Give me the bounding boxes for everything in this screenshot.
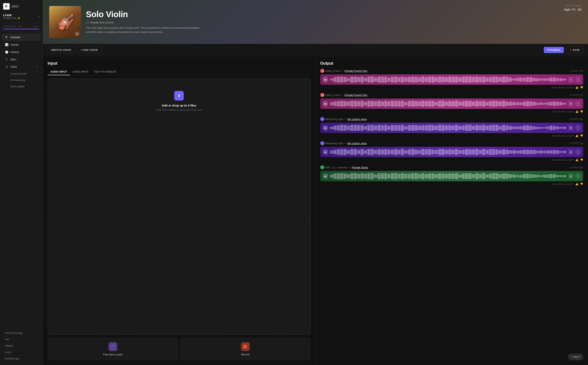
info-icon: i	[86, 21, 89, 24]
sidebar-item-desktop-app[interactable]: Desktop app	[2, 355, 41, 362]
thumbs-up-3[interactable]: 👍	[575, 134, 578, 137]
play-button-4[interactable]: ▶	[323, 149, 328, 155]
sidebar-item-stem-splitter[interactable]: Stem splitter	[2, 83, 41, 90]
output-voice-2[interactable]: Female French Pop	[344, 94, 367, 97]
download-button-2[interactable]: ⬇	[568, 101, 574, 106]
play-button-2[interactable]: ▶	[323, 101, 328, 106]
thumbs-down-1[interactable]: 👎	[580, 86, 583, 89]
add-output-button-1[interactable]: +	[568, 77, 574, 82]
main-content: 🎻 + Solo Violin i Royalty-free License T…	[43, 0, 588, 365]
more-options-button-2[interactable]: ⋮	[575, 101, 581, 106]
waveform-visual-4	[330, 149, 566, 155]
thumbs-up-1[interactable]: 👍	[575, 86, 578, 89]
thumbs-up-4[interactable]: 👍	[575, 158, 578, 161]
download-button-4[interactable]: ⬇	[568, 149, 574, 155]
sidebar-item-voices[interactable]: 📊 Voices	[2, 41, 41, 48]
user-plan: Creator Plan ⚡	[3, 17, 20, 20]
hero-thumbnail[interactable]: 🎻 +	[49, 6, 81, 38]
output-voice-3[interactable]: My custom voice	[347, 118, 367, 121]
tab-song-input[interactable]: SONG INPUT	[70, 69, 91, 75]
output-file-2: name_it.wav — Female French Pop	[320, 93, 367, 97]
demo-audio-card[interactable]: 🎵 Free demo audio	[48, 338, 178, 360]
add-voice-button[interactable]: + ADD VOICE	[77, 47, 101, 53]
download-button-3[interactable]: ⬇	[568, 125, 574, 131]
history-icon: 🕐	[5, 50, 8, 54]
beta-badge: BETA	[11, 5, 19, 8]
more-options-button-5[interactable]: ⋮	[575, 173, 581, 179]
toolbar-left: SWITCH VOICE + ADD VOICE	[48, 47, 102, 53]
hero-banner: 🎻 + Solo Violin i Royalty-free License T…	[43, 0, 588, 44]
hero-play-button[interactable]	[61, 18, 69, 26]
more-options-button-1[interactable]: ⋮	[575, 77, 581, 82]
user-row[interactable]: LivieB Creator Plan ⚡ ▾	[3, 14, 40, 20]
output-avatar-5	[320, 165, 324, 169]
input-panel: Input AUDIO INPUT SONG INPUT TEXT-TO-SPE…	[43, 56, 315, 365]
tools-icon: ⚙	[5, 65, 8, 68]
sidebar-item-ai-mastering[interactable]: AI mastering	[2, 77, 41, 83]
output-avatar-1	[320, 69, 324, 73]
drop-sub: Click and browse, or drag and drop here	[52, 108, 306, 111]
plan-lightning-icon: ⚡	[17, 17, 20, 20]
sidebar-item-convert[interactable]: 🎙 Convert	[2, 34, 41, 41]
hero-description: This solo violin has a buttery and emoti…	[86, 26, 205, 34]
tab-audio-input[interactable]: AUDIO INPUT	[48, 69, 70, 75]
thumbs-down-3[interactable]: 👎	[580, 134, 583, 137]
thumbs-down-2[interactable]: 👎	[580, 110, 583, 113]
output-time-4: 2 months ago	[569, 142, 583, 145]
switch-voice-button[interactable]: SWITCH VOICE	[48, 47, 75, 53]
output-file-5: 808 - Cu...roat.wav — Female Slavic	[320, 165, 368, 169]
thumbs-up-2[interactable]: 👍	[575, 110, 578, 113]
input-title: Input	[48, 61, 311, 66]
tab-text-to-speech[interactable]: TEXT-TO-SPEECH	[91, 69, 119, 75]
waveform-3: ▶ ⬇ ⋮	[320, 123, 583, 133]
sidebar-item-api[interactable]: API	[2, 336, 41, 343]
play-button-3[interactable]: ▶	[323, 125, 328, 131]
sidebar-item-affiliate[interactable]: Affiliate	[2, 343, 41, 349]
save-button[interactable]: ♥ SAVE	[566, 47, 583, 53]
record-card[interactable]: 🔴 Record	[180, 338, 310, 360]
feedback-text-1: How did this sound?	[552, 86, 574, 89]
output-item-1: name_it.wav — Female French Pop a month …	[320, 69, 583, 89]
help-button[interactable]: ? HELP	[568, 354, 583, 360]
drop-zone[interactable]: ⬆ Add or drop up to 5 files Click and br…	[48, 79, 311, 335]
sidebar-logo: K BETA	[3, 3, 19, 10]
bottom-options: 🎵 Free demo audio 🔴 Record	[48, 338, 311, 360]
chevron-down-icon: ▾	[38, 15, 40, 18]
thumbs-down-4[interactable]: 👎	[580, 158, 583, 161]
download-mins: ∞ MINS	[31, 25, 40, 28]
sidebar: K BETA LivieB Creator Plan ⚡ ▾ DOWNLOAD …	[0, 0, 43, 365]
sidebar-item-vocal-remover[interactable]: Vocal remover	[2, 70, 41, 77]
hero-title: Solo Violin	[86, 10, 582, 19]
output-voice-5[interactable]: Female Slavic	[352, 166, 368, 169]
record-label: Record	[184, 353, 306, 356]
content-area: Input AUDIO INPUT SONG INPUT TEXT-TO-SPE…	[43, 56, 588, 365]
sidebar-item-plans[interactable]: Plans & Pricing	[2, 330, 41, 336]
sidebar-item-tools[interactable]: ⚙ Tools ▾	[2, 63, 41, 70]
output-meta-3: Recording.mp3 — My custom voice 2 months…	[320, 117, 583, 121]
tutorial-button[interactable]: TUTORIAL	[544, 47, 564, 53]
play-button-5[interactable]: ▶	[323, 173, 328, 179]
output-meta-2: name_it.wav — Female French Pop a month …	[320, 93, 583, 97]
waveform-5: ▶ ⬇ ⋮	[320, 171, 583, 181]
sidebar-item-history[interactable]: 🕐 History	[2, 49, 41, 56]
user-name: LivieB	[3, 14, 20, 17]
more-options-button-3[interactable]: ⋮	[575, 125, 581, 131]
thumbs-up-5[interactable]: 👍	[575, 182, 578, 185]
output-meta-4: Recording.mp3 — My custom voice 2 months…	[320, 141, 583, 145]
sidebar-item-learn[interactable]: Learn	[2, 349, 41, 355]
hero-add-button[interactable]: +	[75, 32, 80, 36]
pitch-label: PITCH RANGE	[564, 5, 582, 7]
output-avatar-2	[320, 93, 324, 97]
output-voice-1[interactable]: Female French Pop	[344, 70, 367, 72]
toolbar: SWITCH VOICE + ADD VOICE TUTORIAL ♥ SAVE	[43, 44, 588, 56]
user-section: LivieB Creator Plan ⚡ ▾	[0, 12, 43, 23]
download-section: DOWNLOAD TIME ∞ MINS	[0, 23, 43, 32]
more-options-button-4[interactable]: ⋮	[575, 149, 581, 155]
output-title: Output	[320, 61, 583, 66]
output-avatar-4	[320, 141, 324, 145]
output-voice-4[interactable]: My custom voice	[347, 142, 367, 145]
thumbs-down-5[interactable]: 👎	[580, 182, 583, 185]
download-button-5[interactable]: ⬇	[568, 173, 574, 179]
play-button-1[interactable]: ▶	[323, 77, 328, 82]
sidebar-item-earn[interactable]: $ Earn	[2, 56, 41, 63]
